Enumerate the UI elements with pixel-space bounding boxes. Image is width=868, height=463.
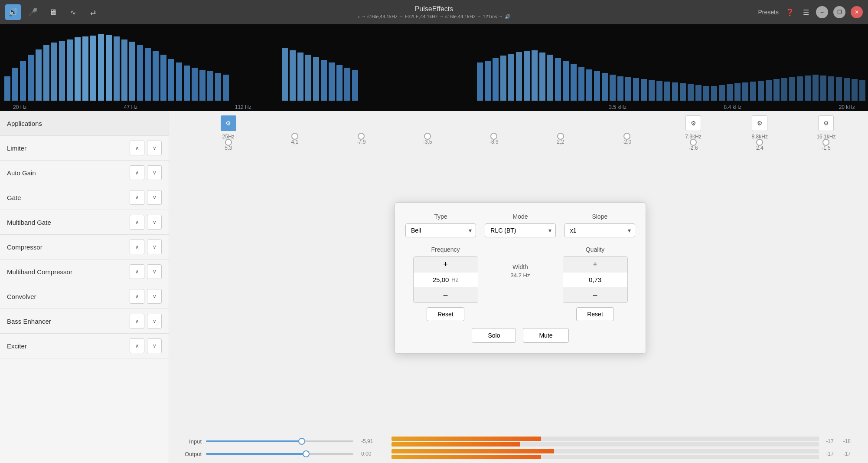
autogain-up-btn[interactable]: ∧ (130, 165, 144, 180)
menu-button[interactable]: ☰ (801, 7, 811, 18)
popup-type-select[interactable]: Bell Low-pass High-pass Low-shelf High-s… (405, 223, 476, 237)
popup-slope-select[interactable]: x1 x2 x3 x4 (565, 223, 635, 237)
input-slider-thumb[interactable] (298, 438, 305, 445)
titlebar: 🔊 🎤 🖥 ∿ ⇄ PulseEffects ♪ → s16le,44.1kHz… (0, 0, 868, 24)
speaker-button[interactable]: 🔊 (5, 4, 21, 20)
band-value-8: -2,6 (689, 145, 698, 151)
quality-reset-btn[interactable]: Reset (576, 307, 614, 321)
band-thumb-7[interactable] (623, 133, 630, 140)
frequency-plus-btn[interactable]: + (414, 257, 478, 273)
sidebar-label-bass-enhancer: Bass Enhancer (7, 318, 51, 325)
output-slider-thumb[interactable] (303, 450, 310, 457)
band-gear-1[interactable]: ⚙ (221, 115, 236, 131)
limiter-up-btn[interactable]: ∧ (130, 141, 144, 155)
band-value-7: -2,0 (622, 139, 631, 145)
sidebar-controls-multiband-gate: ∧ ∨ (130, 215, 162, 230)
band-thumb-2[interactable] (291, 133, 298, 140)
output-slider-track[interactable] (206, 453, 353, 455)
svg-rect-59 (633, 78, 639, 101)
sidebar-item-multiband-compressor: Multiband Compressor ∧ ∨ (0, 259, 169, 284)
band-gear-spacer-5 (492, 115, 496, 131)
svg-rect-43 (508, 54, 514, 101)
input-value: -5,91 (361, 438, 383, 444)
band-thumb-4[interactable] (424, 133, 431, 140)
exciter-down-btn[interactable]: ∨ (147, 338, 162, 353)
band-thumb-5[interactable] (490, 133, 497, 140)
band-gear-spacer-2 (293, 115, 297, 131)
band-col-9: ⚙ 8.8kHz 2,4 (727, 115, 793, 151)
svg-rect-20 (160, 55, 166, 101)
help-button[interactable]: ❓ (784, 7, 796, 18)
band-thumb-9[interactable] (756, 139, 763, 146)
band-thumb-1[interactable] (225, 139, 232, 146)
band-col-4: -3,5 (395, 115, 461, 145)
io-bar: Input -5,91 -17 -18 Output (169, 432, 868, 463)
shuffle-button[interactable]: ⇄ (85, 4, 101, 20)
quality-minus-btn[interactable]: – (563, 287, 627, 302)
wave-button[interactable]: ∿ (65, 4, 81, 20)
svg-rect-48 (547, 55, 553, 101)
frequency-unit: Hz (451, 276, 458, 283)
titlebar-center: PulseEffects ♪ → s16le,44.1kHz → F32LE,4… (357, 5, 510, 20)
input-slider-track[interactable] (206, 440, 353, 442)
popup-mode-wrapper: RLC (BT) RLC (MT) BWC (BT) LRX (BT) (485, 223, 555, 237)
compressor-up-btn[interactable]: ∧ (130, 240, 144, 254)
convolver-down-btn[interactable]: ∨ (147, 289, 162, 304)
band-thumb-6[interactable] (557, 133, 564, 140)
band-thumb-10[interactable] (822, 139, 829, 146)
bassenhancer-down-btn[interactable]: ∨ (147, 314, 162, 328)
svg-rect-54 (594, 71, 600, 101)
minimize-button[interactable]: – (816, 6, 828, 18)
main-area: Applications Limiter ∧ ∨ Auto Gain ∧ ∨ G… (0, 111, 868, 463)
restore-button[interactable]: ❐ (833, 6, 845, 18)
close-button[interactable]: ✕ (851, 6, 863, 18)
band-thumb-8[interactable] (690, 139, 697, 146)
popup-top-row: Type Bell Low-pass High-pass Low-shelf H… (405, 213, 635, 237)
mbgate-down-btn[interactable]: ∨ (147, 215, 162, 230)
monitor-button[interactable]: 🖥 (45, 4, 61, 20)
limiter-down-btn[interactable]: ∨ (147, 141, 162, 155)
svg-rect-69 (711, 86, 717, 101)
svg-rect-31 (297, 53, 303, 101)
svg-rect-16 (129, 42, 135, 101)
gate-up-btn[interactable]: ∧ (130, 190, 144, 205)
mic-button[interactable]: 🎤 (25, 4, 41, 20)
autogain-down-btn[interactable]: ∨ (147, 165, 162, 180)
svg-rect-58 (625, 77, 631, 101)
input-db-r2: -18 (843, 438, 851, 444)
svg-rect-27 (215, 73, 221, 101)
frequency-reset-btn[interactable]: Reset (427, 307, 464, 321)
sidebar-label-applications: Applications (7, 120, 42, 127)
popup-quality-box: + 0,73 – (563, 256, 628, 303)
compressor-down-btn[interactable]: ∨ (147, 240, 162, 254)
sidebar-controls-exciter: ∧ ∨ (130, 338, 162, 353)
output-value: 0,00 (361, 451, 383, 457)
svg-rect-7 (59, 41, 65, 101)
mbgate-up-btn[interactable]: ∧ (130, 215, 144, 230)
band-gear-8[interactable]: ⚙ (685, 115, 701, 131)
mbcomp-up-btn[interactable]: ∧ (130, 264, 144, 279)
svg-rect-9 (75, 37, 81, 101)
convolver-up-btn[interactable]: ∧ (130, 289, 144, 304)
mbcomp-down-btn[interactable]: ∨ (147, 264, 162, 279)
svg-rect-76 (766, 80, 772, 101)
popup-width-label: Width (512, 263, 528, 270)
svg-rect-75 (758, 81, 764, 101)
band-thumb-3[interactable] (358, 133, 365, 140)
gate-down-btn[interactable]: ∨ (147, 190, 162, 205)
input-meter-fill-2 (392, 442, 520, 447)
quality-plus-btn[interactable]: + (563, 257, 627, 273)
svg-rect-6 (51, 43, 57, 101)
exciter-up-btn[interactable]: ∧ (130, 338, 144, 353)
popup-mode-select[interactable]: RLC (BT) RLC (MT) BWC (BT) LRX (BT) (485, 223, 555, 237)
mute-btn[interactable]: Mute (523, 328, 568, 343)
bassenhancer-up-btn[interactable]: ∧ (130, 314, 144, 328)
svg-rect-86 (844, 78, 850, 101)
frequency-minus-btn[interactable]: – (414, 287, 478, 302)
band-col-5: -8,9 (461, 115, 527, 145)
band-gear-9[interactable]: ⚙ (752, 115, 767, 131)
band-gear-spacer-6 (559, 115, 562, 131)
solo-btn[interactable]: Solo (472, 328, 516, 343)
svg-rect-71 (727, 84, 733, 101)
band-gear-10[interactable]: ⚙ (818, 115, 834, 131)
